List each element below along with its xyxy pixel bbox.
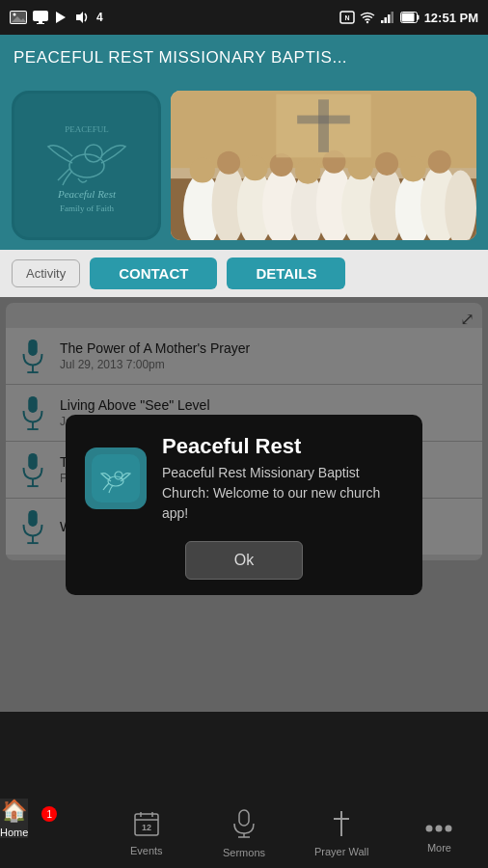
church-logo: Peaceful Rest Family of Faith PEACEFUL bbox=[12, 91, 161, 240]
volume-icon bbox=[73, 11, 91, 24]
welcome-dialog: Peaceful Rest Peaceful Rest Missionary B… bbox=[66, 415, 422, 595]
svg-point-42 bbox=[295, 158, 320, 183]
nav-tabs-bar: Activity CONTACT DETAILS bbox=[0, 250, 488, 297]
dialog-ok-button[interactable]: Ok bbox=[185, 541, 303, 580]
time-display: 12:51 PM bbox=[424, 11, 478, 25]
sermons-icon bbox=[231, 809, 257, 844]
svg-rect-49 bbox=[318, 99, 329, 152]
dialog-title: Peaceful Rest bbox=[162, 434, 403, 459]
bottom-navigation: 🏠 Home 1 12 Events Sermons bbox=[0, 799, 488, 868]
svg-point-38 bbox=[190, 157, 215, 182]
sermons-label: Sermons bbox=[223, 847, 265, 858]
status-bar: 4 N 12:51 PM bbox=[0, 0, 488, 35]
prayer-wall-label: Prayer Wall bbox=[314, 846, 368, 857]
home-nav-wrapper: 🏠 Home 1 bbox=[0, 799, 97, 868]
home-icon: 🏠 bbox=[1, 799, 27, 824]
svg-rect-14 bbox=[388, 14, 391, 23]
svg-point-2 bbox=[14, 14, 16, 16]
wifi-icon bbox=[360, 11, 375, 24]
home-label: Home bbox=[0, 827, 28, 838]
svg-rect-13 bbox=[384, 17, 387, 23]
svg-rect-6 bbox=[37, 23, 44, 24]
svg-point-46 bbox=[400, 156, 425, 181]
more-label: More bbox=[427, 842, 451, 854]
nav-item-home[interactable]: 🏠 Home bbox=[0, 799, 28, 838]
svg-point-44 bbox=[348, 154, 373, 179]
notification-badge: 4 bbox=[96, 11, 103, 24]
svg-text:Family of Faith: Family of Faith bbox=[60, 203, 114, 213]
nav-item-prayer-wall[interactable]: Prayer Wall bbox=[293, 799, 391, 868]
church-photo bbox=[171, 91, 476, 240]
signal-icon bbox=[380, 11, 395, 24]
battery-icon bbox=[400, 12, 420, 23]
svg-rect-71 bbox=[239, 810, 249, 826]
screen-icon bbox=[33, 11, 48, 24]
tab-contact[interactable]: CONTACT bbox=[90, 258, 217, 289]
prayer-wall-icon bbox=[331, 810, 352, 843]
nav-item-events[interactable]: 12 Events bbox=[97, 799, 195, 868]
svg-rect-12 bbox=[381, 20, 384, 23]
header-title: PEACEFUL REST MISSIONARY BAPTIS... bbox=[14, 48, 347, 68]
hero-section: Peaceful Rest Family of Faith PEACEFUL bbox=[0, 81, 488, 250]
dialog-footer: Ok bbox=[85, 541, 403, 580]
tab-details[interactable]: DETAILS bbox=[227, 258, 345, 289]
events-icon: 12 bbox=[134, 811, 159, 842]
svg-text:N: N bbox=[344, 14, 349, 21]
svg-rect-18 bbox=[417, 15, 419, 20]
dialog-logo-icon bbox=[85, 448, 147, 509]
image-icon bbox=[10, 11, 27, 24]
svg-point-47 bbox=[428, 150, 451, 174]
svg-rect-4 bbox=[33, 11, 48, 21]
svg-rect-17 bbox=[401, 14, 414, 22]
main-content: ⤢ The Power of A Mother's Prayer Jul 29,… bbox=[0, 297, 488, 712]
nav-item-more[interactable]: More bbox=[391, 799, 488, 868]
svg-rect-5 bbox=[39, 21, 42, 23]
more-icon bbox=[424, 814, 453, 839]
svg-point-78 bbox=[446, 825, 452, 831]
nfc-icon: N bbox=[339, 11, 355, 24]
svg-point-45 bbox=[375, 152, 398, 176]
svg-rect-15 bbox=[391, 12, 393, 23]
dialog-overlay: Peaceful Rest Peaceful Rest Missionary B… bbox=[0, 297, 488, 712]
svg-marker-7 bbox=[56, 12, 66, 23]
dialog-header: Peaceful Rest Peaceful Rest Missionary B… bbox=[85, 434, 403, 524]
svg-text:PEACEFUL: PEACEFUL bbox=[65, 124, 109, 134]
nav-item-sermons[interactable]: Sermons bbox=[195, 799, 292, 868]
svg-text:Peaceful Rest: Peaceful Rest bbox=[56, 188, 116, 200]
svg-point-11 bbox=[366, 21, 367, 23]
svg-text:12: 12 bbox=[142, 823, 151, 832]
logo-svg: Peaceful Rest Family of Faith PEACEFUL bbox=[24, 103, 149, 229]
svg-point-20 bbox=[85, 145, 102, 162]
status-bar-icons: 4 bbox=[10, 11, 103, 24]
events-label: Events bbox=[130, 845, 163, 856]
svg-rect-50 bbox=[297, 116, 350, 124]
dialog-message: Peaceful Rest Missionary Baptist Church:… bbox=[162, 463, 403, 524]
app-header: PEACEFUL REST MISSIONARY BAPTIS... bbox=[0, 35, 488, 81]
svg-point-39 bbox=[217, 151, 240, 175]
svg-marker-8 bbox=[76, 12, 83, 23]
svg-point-77 bbox=[436, 825, 443, 831]
svg-point-40 bbox=[242, 155, 267, 180]
home-badge: 1 bbox=[41, 806, 57, 822]
status-bar-right: N 12:51 PM bbox=[339, 11, 478, 25]
play-icon bbox=[54, 11, 68, 24]
tab-activity[interactable]: Activity bbox=[12, 259, 80, 287]
svg-point-76 bbox=[426, 825, 433, 831]
